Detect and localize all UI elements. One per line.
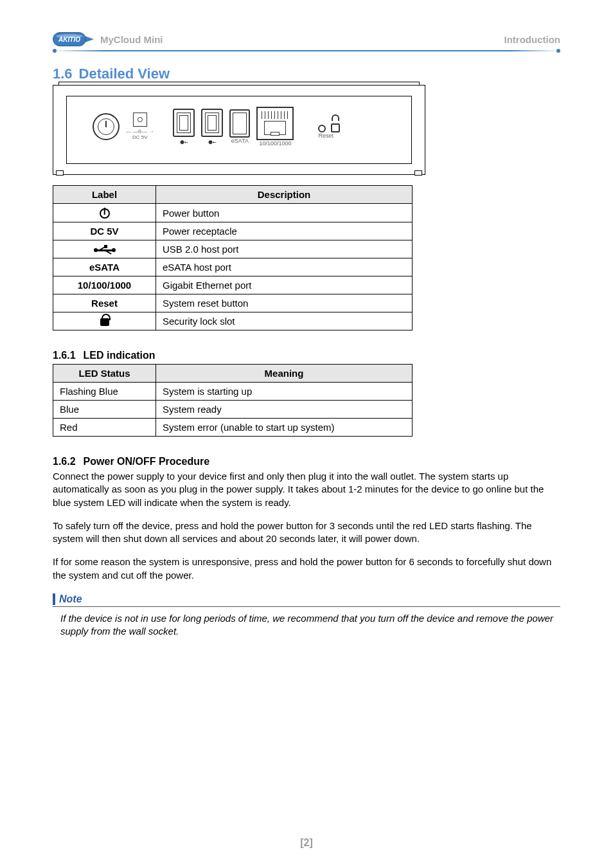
header-rule: [53, 50, 560, 51]
subsection-led: 1.6.1LED indication LED Status Meaning F…: [53, 350, 560, 437]
cell-meaning: System ready: [156, 401, 413, 419]
section-number: 1.6: [53, 66, 73, 82]
usb-icon: [53, 240, 156, 258]
esata-label: eSATA: [229, 138, 250, 144]
table-row: Security lock slot: [53, 312, 413, 330]
rear-panel-diagram: — —⊖— →DC 5V ●← ●← eSATA 10/100/1000 Res…: [53, 85, 425, 175]
subsection-power: 1.6.2Power ON/OFF Procedure Connect the …: [53, 456, 560, 638]
led-header-meaning: Meaning: [156, 365, 413, 383]
reset-lock-icons: Reset: [318, 114, 340, 139]
cell-desc: Security lock slot: [156, 312, 413, 330]
cell-desc: Gigabit Ethernet port: [156, 276, 413, 294]
led-table: LED Status Meaning Flashing Blue System …: [53, 364, 413, 437]
table-row: Red System error (unable to start up sys…: [53, 419, 413, 437]
subsection-number: 1.6.1: [53, 350, 76, 361]
section-title: 1.6Detailed View: [53, 66, 560, 82]
table-row: DC 5V Power receptacle: [53, 222, 413, 240]
cell-label: eSATA: [53, 258, 156, 276]
logo-area: AKITIO MyCloud Mini: [53, 32, 163, 46]
lock-icon: [53, 312, 156, 330]
cell-status: Red: [53, 419, 156, 437]
cell-label: 10/100/1000: [53, 276, 156, 294]
paragraph: To safely turn off the device, press and…: [53, 520, 560, 546]
table-row: 10/100/1000 Gigabit Ethernet port: [53, 276, 413, 294]
table-row: eSATA eSATA host port: [53, 258, 413, 276]
cell-label: Reset: [53, 294, 156, 312]
label-description-table: Label Description Power button DC 5V Pow…: [53, 185, 413, 330]
section-heading: Detailed View: [79, 66, 170, 82]
esata-port-icon: eSATA: [229, 109, 250, 144]
cell-desc: Power receptacle: [156, 222, 413, 240]
table-row: Power button: [53, 204, 413, 222]
cell-desc: eSATA host port: [156, 258, 413, 276]
table-header-description: Description: [156, 186, 413, 204]
cell-status: Flashing Blue: [53, 383, 156, 401]
cell-desc: USB 2.0 host port: [156, 240, 413, 258]
note-text: If the device is not in use for long per…: [53, 612, 560, 638]
brand-logo: AKITIO: [53, 32, 86, 46]
power-icon: [53, 204, 156, 222]
usb-port-1-icon: ●←: [173, 109, 195, 145]
product-name: MyCloud Mini: [100, 34, 163, 45]
reset-hole-icon: [318, 125, 326, 132]
led-header-status: LED Status: [53, 365, 156, 383]
cell-status: Blue: [53, 401, 156, 419]
ethernet-port-icon: 10/100/1000: [256, 107, 294, 147]
lock-slot-icon: [331, 123, 340, 132]
table-row: Blue System ready: [53, 401, 413, 419]
table-header-label: Label: [53, 186, 156, 204]
subsection-number: 1.6.2: [53, 456, 76, 467]
note-divider: [53, 606, 560, 607]
paragraph: Connect the power supply to your device …: [53, 470, 560, 509]
cell-label: DC 5V: [53, 222, 156, 240]
subsection-title: LED indication: [84, 350, 155, 361]
dc-voltage-label: DC 5V: [132, 134, 148, 140]
cell-meaning: System error (unable to start up system): [156, 419, 413, 437]
subsection-title: Power ON/OFF Procedure: [84, 456, 209, 467]
brand-logo-text: AKITIO: [58, 36, 80, 43]
table-row: Reset System reset button: [53, 294, 413, 312]
table-row: Flashing Blue System is starting up: [53, 383, 413, 401]
paragraph: If for some reason the system is unrespo…: [53, 556, 560, 582]
logo-triangle-icon: [85, 36, 94, 42]
page-header: AKITIO MyCloud Mini Introduction: [53, 32, 560, 46]
ethernet-label: 10/100/1000: [256, 140, 294, 147]
dc-polarity-label: — —⊖— →: [126, 129, 154, 134]
page-number: [2]: [300, 837, 313, 849]
table-row: USB 2.0 host port: [53, 240, 413, 258]
note-label: Note: [53, 593, 560, 605]
reset-label: Reset: [318, 132, 340, 139]
usb-port-2-icon: ●←: [201, 109, 223, 145]
cell-meaning: System is starting up: [156, 383, 413, 401]
section-breadcrumb: Introduction: [504, 34, 560, 45]
dc-jack-icon: — —⊖— →DC 5V: [126, 113, 154, 141]
power-button-icon: [93, 113, 120, 140]
cell-desc: Power button: [156, 204, 413, 222]
cell-desc: System reset button: [156, 294, 413, 312]
